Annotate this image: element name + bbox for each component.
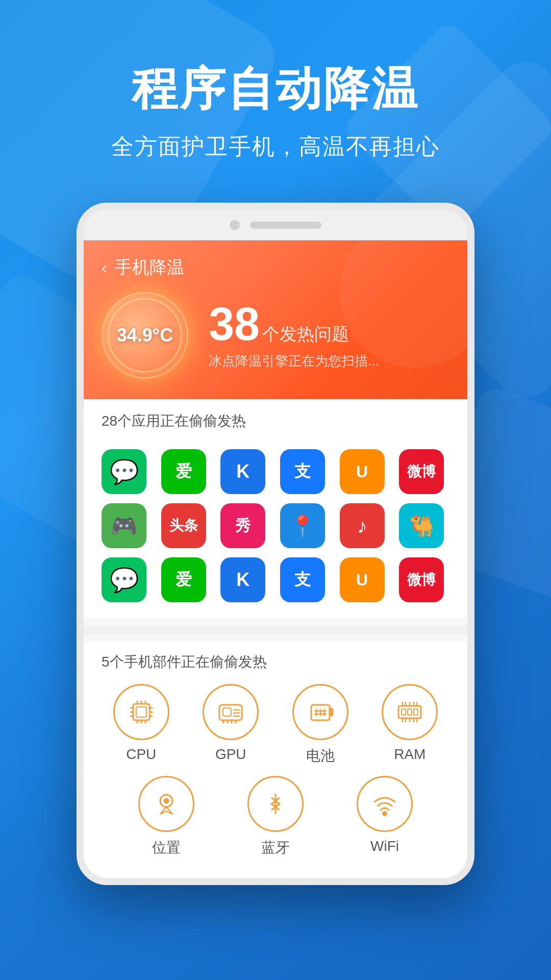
- hardware-section-label: 5个手机部件正在偷偷发热: [102, 652, 449, 672]
- list-item[interactable]: 💬: [102, 449, 146, 494]
- app-content: ‹ 手机降温 34.9°C 38 个发热问题 冰点降温引擎正在为您: [84, 240, 467, 878]
- phone-speaker: [250, 222, 321, 229]
- ram-icon: [394, 697, 425, 727]
- list-item[interactable]: 头条: [161, 503, 206, 548]
- back-button[interactable]: ‹: [102, 258, 107, 277]
- ram-icon-circle: [382, 684, 438, 740]
- list-item[interactable]: 秀: [220, 503, 265, 548]
- gpu-icon-circle: [203, 684, 259, 740]
- list-item[interactable]: 📍: [280, 503, 325, 548]
- app-header: ‹ 手机降温 34.9°C 38 个发热问题 冰点降温引擎正在为您: [84, 240, 467, 399]
- hardware-item-ram: RAM: [370, 684, 450, 766]
- svg-rect-24: [330, 708, 333, 716]
- list-item[interactable]: 🐫: [399, 503, 444, 548]
- list-item[interactable]: 支: [280, 557, 325, 602]
- temp-gauge: 34.9°C: [102, 292, 188, 379]
- phone-container: ‹ 手机降温 34.9°C 38 个发热问题 冰点降温引擎正在为您: [0, 203, 551, 885]
- hardware-item-bluetooth: 蓝牙: [226, 776, 325, 857]
- hardware-section: 5个手机部件正在偷偷发热: [84, 642, 467, 878]
- battery-label: 电池: [306, 746, 335, 766]
- svg-point-45: [164, 799, 168, 803]
- list-item[interactable]: 微博: [399, 557, 444, 602]
- list-item[interactable]: U: [340, 449, 385, 494]
- svg-rect-0: [133, 704, 149, 720]
- gpu-label: GPU: [215, 746, 246, 763]
- gpu-icon: [215, 697, 246, 727]
- svg-rect-15: [223, 708, 231, 716]
- ram-label: RAM: [394, 746, 425, 763]
- location-icon: [151, 789, 182, 819]
- battery-icon-circle: [292, 684, 348, 740]
- hardware-item-battery: 电池: [281, 684, 360, 766]
- list-item[interactable]: ♪: [340, 503, 385, 548]
- list-item[interactable]: 支: [280, 449, 325, 494]
- temp-right: 38 个发热问题 冰点降温引擎正在为您扫描...: [209, 301, 449, 370]
- issue-desc: 冰点降温引擎正在为您扫描...: [209, 352, 449, 370]
- svg-rect-31: [402, 709, 406, 715]
- list-item[interactable]: K: [220, 557, 265, 602]
- hardware-item-wifi: WiFi: [335, 776, 434, 857]
- issue-label: 个发热问题: [262, 324, 349, 344]
- sub-title: 全方面护卫手机，高温不再担心: [31, 132, 520, 162]
- hardware-item-gpu: GPU: [191, 684, 271, 766]
- hardware-item-cpu: CPU: [102, 684, 181, 766]
- bluetooth-icon: [260, 789, 291, 819]
- app-nav: ‹ 手机降温: [102, 256, 449, 279]
- temp-value: 34.9°C: [117, 325, 173, 346]
- cpu-icon-circle: [113, 684, 169, 740]
- location-label: 位置: [152, 838, 181, 857]
- main-title: 程序自动降温: [31, 61, 520, 116]
- list-item[interactable]: 🎮: [102, 503, 146, 548]
- list-item[interactable]: 爱: [161, 557, 206, 602]
- app-nav-title: 手机降温: [115, 256, 184, 279]
- cpu-label: CPU: [126, 746, 156, 763]
- hardware-item-location: 位置: [117, 776, 216, 857]
- hardware-grid-row1: CPU: [102, 684, 449, 766]
- wifi-label: WiFi: [370, 838, 399, 854]
- phone-camera: [230, 220, 240, 230]
- battery-icon: [305, 697, 336, 727]
- temp-circle: 34.9°C: [102, 292, 188, 379]
- list-item[interactable]: 微博: [399, 449, 444, 494]
- issue-count-row: 38 个发热问题: [209, 301, 449, 347]
- wifi-icon: [369, 789, 400, 819]
- bluetooth-label: 蓝牙: [261, 838, 290, 857]
- list-item[interactable]: 💬: [102, 557, 146, 602]
- temp-info-row: 34.9°C 38 个发热问题 冰点降温引擎正在为您扫描...: [102, 292, 449, 379]
- issue-count: 38: [209, 299, 260, 350]
- phone-top-bar: [84, 210, 467, 240]
- list-item[interactable]: K: [220, 449, 265, 494]
- svg-rect-1: [136, 707, 146, 717]
- location-icon-circle: [138, 776, 194, 832]
- apps-grid: 💬 爱 K 支 U 微博 🎮: [84, 439, 467, 618]
- cpu-icon: [126, 697, 157, 727]
- header-section: 程序自动降温 全方面护卫手机，高温不再担心: [0, 0, 551, 192]
- section-divider: [84, 626, 467, 634]
- wifi-icon-circle: [357, 776, 413, 832]
- hardware-grid-row2: 位置 蓝牙: [102, 776, 449, 868]
- apps-section-label: 28个应用正在偷偷发热: [84, 399, 467, 439]
- svg-point-47: [383, 812, 387, 816]
- list-item[interactable]: 爱: [161, 449, 206, 494]
- svg-rect-33: [414, 709, 418, 715]
- phone-mockup: ‹ 手机降温 34.9°C 38 个发热问题 冰点降温引擎正在为您: [77, 203, 474, 885]
- bluetooth-icon-circle: [247, 776, 304, 832]
- svg-rect-32: [408, 709, 412, 715]
- list-item[interactable]: U: [340, 557, 385, 602]
